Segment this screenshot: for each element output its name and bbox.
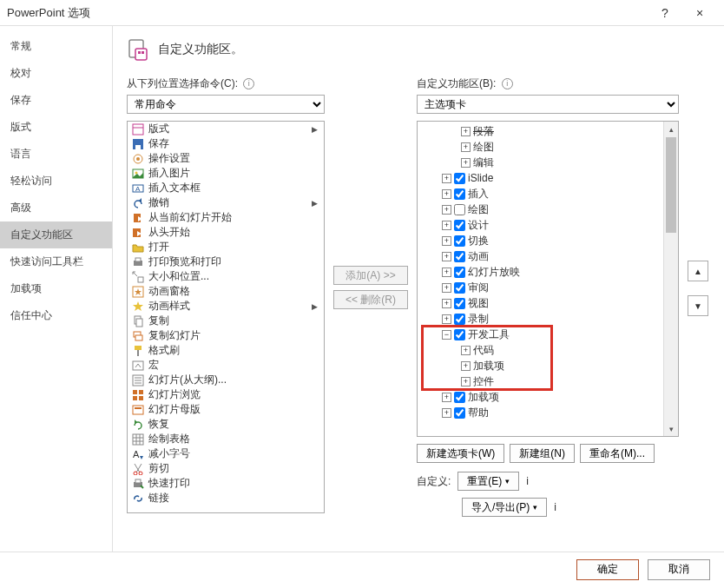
sidebar-item[interactable]: 校对 (0, 60, 112, 87)
info-icon[interactable]: i (554, 501, 556, 513)
sidebar-item[interactable]: 信任中心 (0, 302, 112, 329)
command-item[interactable]: 打开 (128, 240, 324, 254)
expand-icon[interactable]: + (442, 283, 451, 293)
info-icon[interactable]: i (243, 78, 254, 89)
command-item[interactable]: 动画窗格 (128, 284, 324, 299)
commands-from-combo[interactable]: 常用命令 (127, 95, 325, 114)
expand-icon[interactable]: + (461, 346, 471, 355)
cancel-button[interactable]: 取消 (648, 559, 710, 580)
command-item[interactable]: 复制 (128, 314, 324, 328)
ok-button[interactable]: 确定 (576, 559, 639, 580)
sidebar-item[interactable]: 保存 (0, 87, 112, 114)
command-item[interactable]: 插入图片 (128, 166, 324, 181)
scroll-down-icon[interactable]: ▾ (664, 421, 678, 436)
sidebar-item[interactable]: 语言 (0, 141, 112, 168)
expand-icon[interactable]: + (442, 221, 451, 230)
tree-row[interactable]: +审阅 (418, 280, 678, 295)
scroll-thumb[interactable] (666, 137, 676, 233)
command-item[interactable]: 打印预览和打印 (128, 254, 324, 269)
command-item[interactable]: 链接 (128, 491, 324, 505)
info-icon[interactable]: i (526, 475, 529, 487)
info-icon[interactable]: i (502, 78, 513, 89)
tree-row[interactable]: +加载项 (418, 389, 678, 405)
tree-row[interactable]: +绘图 (418, 202, 678, 217)
sidebar-item[interactable]: 轻松访问 (0, 168, 112, 195)
expand-icon[interactable]: + (461, 377, 471, 386)
tree-row[interactable]: +插入 (418, 186, 678, 202)
tree-row[interactable]: +动画 (418, 248, 678, 264)
expand-icon[interactable]: + (442, 189, 451, 199)
tree-checkbox[interactable] (454, 407, 465, 419)
expand-icon[interactable]: + (442, 268, 451, 277)
sidebar-item[interactable]: 加载项 (0, 275, 112, 302)
commands-list[interactable]: 版式▶保存操作设置插入图片A插入文本框撤销▶从当前幻灯片开始从头开始打开打印预览… (127, 121, 325, 513)
command-item[interactable]: 从头开始 (128, 225, 324, 240)
sidebar-item[interactable]: 常规 (0, 33, 112, 60)
sidebar-item[interactable]: 版式 (0, 114, 112, 141)
expand-icon[interactable]: + (442, 314, 451, 324)
tree-row[interactable]: +段落 (418, 123, 678, 139)
tree-row[interactable]: +帮助 (418, 405, 678, 420)
tree-scrollbar[interactable]: ▴ ▾ (663, 122, 678, 436)
move-down-button[interactable]: ▼ (688, 295, 708, 316)
tree-row[interactable]: −开发工具 (418, 327, 678, 342)
expand-icon[interactable]: + (442, 236, 451, 246)
expand-icon[interactable]: + (461, 142, 471, 152)
command-item[interactable]: 保存 (128, 136, 324, 151)
command-item[interactable]: A插入文本框 (128, 181, 324, 195)
ribbon-tree[interactable]: +段落+绘图+编辑+iSlide+插入+绘图+设计+切换+动画+幻灯片放映+审阅… (417, 121, 679, 437)
add-button[interactable]: 添加(A) >> (333, 266, 408, 285)
expand-icon[interactable]: + (442, 252, 451, 261)
expand-icon[interactable]: + (461, 361, 471, 371)
expand-icon[interactable]: + (442, 205, 451, 215)
tree-row[interactable]: +绘图 (418, 139, 678, 155)
rename-button[interactable]: 重命名(M)... (580, 444, 655, 463)
command-item[interactable]: 从当前幻灯片开始 (128, 210, 324, 225)
tree-row[interactable]: +幻灯片放映 (418, 264, 678, 280)
command-item[interactable]: 大小和位置... (128, 269, 324, 284)
tree-checkbox[interactable] (454, 188, 465, 200)
tree-checkbox[interactable] (454, 235, 465, 247)
tree-checkbox[interactable] (454, 220, 465, 231)
scroll-up-icon[interactable]: ▴ (664, 122, 678, 136)
tree-checkbox[interactable] (454, 251, 465, 262)
command-item[interactable]: 幻灯片母版 (128, 402, 324, 417)
tree-row[interactable]: +切换 (418, 233, 678, 248)
command-item[interactable]: A减小字号 (128, 446, 324, 461)
expand-icon[interactable]: + (442, 174, 451, 183)
close-button[interactable]: × (682, 1, 717, 25)
sidebar-item[interactable]: 自定义功能区 (0, 221, 112, 248)
tree-row[interactable]: +加载项 (418, 358, 678, 373)
tree-checkbox[interactable] (454, 282, 465, 294)
command-item[interactable]: 复制幻灯片 (128, 328, 324, 343)
tree-checkbox[interactable] (454, 392, 465, 403)
expand-icon[interactable]: + (442, 393, 451, 402)
command-item[interactable]: 绘制表格 (128, 432, 324, 446)
tree-row[interactable]: +代码 (418, 342, 678, 358)
tree-row[interactable]: +录制 (418, 311, 678, 327)
command-item[interactable]: 幻灯片(从大纲)... (128, 373, 324, 387)
new-tab-button[interactable]: 新建选项卡(W) (417, 444, 504, 463)
tree-checkbox[interactable] (454, 314, 465, 325)
expand-icon[interactable]: + (461, 158, 471, 168)
command-item[interactable]: 版式▶ (128, 122, 324, 136)
tree-row[interactable]: +设计 (418, 217, 678, 233)
collapse-icon[interactable]: − (442, 330, 451, 340)
remove-button[interactable]: << 删除(R) (333, 290, 408, 309)
ribbon-combo[interactable]: 主选项卡 (417, 95, 679, 114)
command-item[interactable]: 快速打印 (128, 476, 324, 491)
command-item[interactable]: 恢复 (128, 417, 324, 432)
command-item[interactable]: 格式刷 (128, 343, 324, 358)
help-button[interactable]: ? (648, 1, 682, 25)
tree-checkbox[interactable] (454, 298, 465, 309)
move-up-button[interactable]: ▲ (688, 261, 708, 281)
command-item[interactable]: 幻灯片浏览 (128, 387, 324, 402)
tree-row[interactable]: +iSlide (418, 170, 678, 186)
new-group-button[interactable]: 新建组(N) (510, 444, 575, 463)
tree-row[interactable]: +视图 (418, 295, 678, 311)
command-item[interactable]: 动画样式▶ (128, 299, 324, 314)
command-item[interactable]: 宏 (128, 358, 324, 373)
expand-icon[interactable]: + (461, 127, 471, 136)
tree-checkbox[interactable] (454, 329, 465, 340)
command-item[interactable]: 剪切 (128, 461, 324, 476)
